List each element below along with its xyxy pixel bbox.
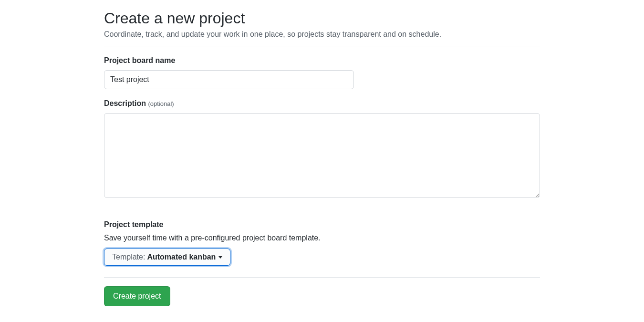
page-subtitle: Coordinate, track, and update your work … xyxy=(104,29,540,40)
description-textarea[interactable] xyxy=(104,113,540,198)
project-name-label: Project board name xyxy=(104,55,540,66)
template-dropdown[interactable]: Template: Automated kanban xyxy=(104,249,230,266)
create-project-button[interactable]: Create project xyxy=(104,286,170,306)
project-name-group: Project board name xyxy=(104,55,540,89)
divider-top xyxy=(104,46,540,46)
description-optional-note: (optional) xyxy=(148,100,174,107)
template-heading: Project template xyxy=(104,219,540,230)
page-title: Create a new project xyxy=(104,9,540,28)
template-selected-value: Automated kanban xyxy=(147,253,216,261)
project-name-input[interactable] xyxy=(104,70,354,89)
divider-bottom xyxy=(104,277,540,278)
template-prefix: Template: xyxy=(112,253,145,261)
description-label-text: Description xyxy=(104,99,148,107)
create-project-form: Create a new project Coordinate, track, … xyxy=(104,0,540,306)
description-label: Description (optional) xyxy=(104,98,540,109)
description-group: Description (optional) xyxy=(104,98,540,201)
template-section: Project template Save yourself time with… xyxy=(104,219,540,266)
template-description: Save yourself time with a pre-configured… xyxy=(104,232,540,244)
caret-down-icon xyxy=(218,256,222,259)
